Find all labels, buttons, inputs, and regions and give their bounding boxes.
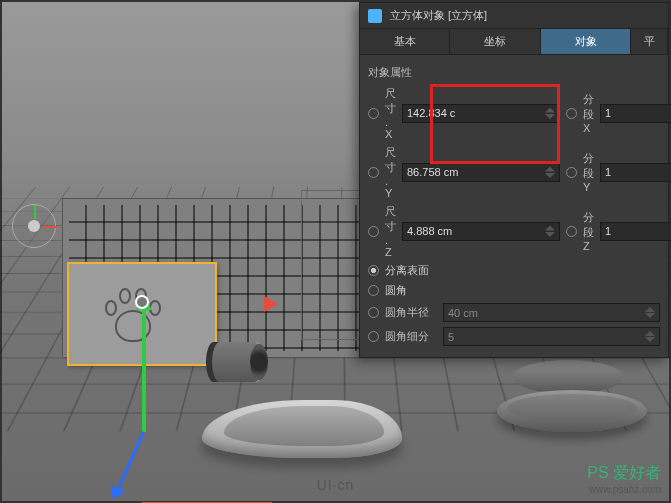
dot-icon xyxy=(368,331,379,342)
dot-icon xyxy=(566,226,577,237)
watermark-center: UI·cn xyxy=(317,477,355,493)
view-compass[interactable] xyxy=(12,204,56,248)
size-z-label: 尺寸 . Z xyxy=(385,204,396,258)
radio-icon xyxy=(368,285,379,296)
tab-object[interactable]: 对象 xyxy=(541,29,631,54)
size-x-label: 尺寸 . X xyxy=(385,86,396,140)
seg-y-field[interactable] xyxy=(600,163,671,182)
axis-z[interactable] xyxy=(114,431,145,496)
dot-icon xyxy=(368,108,379,119)
seg-y-label: 分段 Y xyxy=(583,151,594,193)
dot-icon xyxy=(368,307,379,318)
spinner-icon xyxy=(645,331,655,342)
seg-z-label: 分段 Z xyxy=(583,210,594,252)
spinner-icon xyxy=(645,307,655,318)
radio-icon xyxy=(368,265,379,276)
size-y-field[interactable] xyxy=(402,163,560,182)
seg-z-field[interactable] xyxy=(600,222,671,241)
gizmo[interactable] xyxy=(142,302,272,503)
dot-icon xyxy=(368,226,379,237)
spinner-icon[interactable] xyxy=(545,226,555,237)
dot-icon xyxy=(368,167,379,178)
attributes-panel: 立方体对象 [立方体] 基本 坐标 对象 平 对象属性 尺寸 . X 分段 X … xyxy=(359,2,669,358)
panel-tabs: 基本 坐标 对象 平 xyxy=(360,29,668,55)
spinner-icon[interactable] xyxy=(545,167,555,178)
seg-x-field[interactable] xyxy=(600,104,671,123)
panel-title: 立方体对象 [立方体] xyxy=(390,8,487,23)
seg-x-label: 分段 X xyxy=(583,92,594,134)
tab-basic[interactable]: 基本 xyxy=(360,29,450,54)
disc-large xyxy=(497,390,647,432)
tab-coord[interactable]: 坐标 xyxy=(450,29,540,54)
fillet-radius-label: 圆角半径 xyxy=(385,305,437,320)
spinner-icon[interactable] xyxy=(545,108,555,119)
dot-icon xyxy=(566,167,577,178)
axis-origin[interactable] xyxy=(135,295,149,309)
viewport[interactable]: 立方体对象 [立方体] 基本 坐标 对象 平 对象属性 尺寸 . X 分段 X … xyxy=(0,0,671,503)
size-z-field[interactable] xyxy=(402,222,560,241)
axis-y[interactable] xyxy=(142,302,146,432)
watermark-right: PS 爱好者 www.psahz.com xyxy=(587,463,661,495)
size-y-label: 尺寸 . Y xyxy=(385,145,396,199)
fillet-sub-label: 圆角细分 xyxy=(385,329,437,344)
dot-icon xyxy=(566,108,577,119)
tab-phong[interactable]: 平 xyxy=(631,29,668,54)
size-x-field[interactable] xyxy=(402,104,560,123)
fillet-radius-field xyxy=(443,303,660,322)
separate-surface-check[interactable]: 分离表面 xyxy=(368,263,660,278)
fillet-check[interactable]: 圆角 xyxy=(368,283,660,298)
cube-icon xyxy=(368,9,382,23)
panel-titlebar[interactable]: 立方体对象 [立方体] xyxy=(360,3,668,29)
section-title: 对象属性 xyxy=(368,65,660,80)
fillet-sub-field xyxy=(443,327,660,346)
disc-small xyxy=(513,360,623,394)
